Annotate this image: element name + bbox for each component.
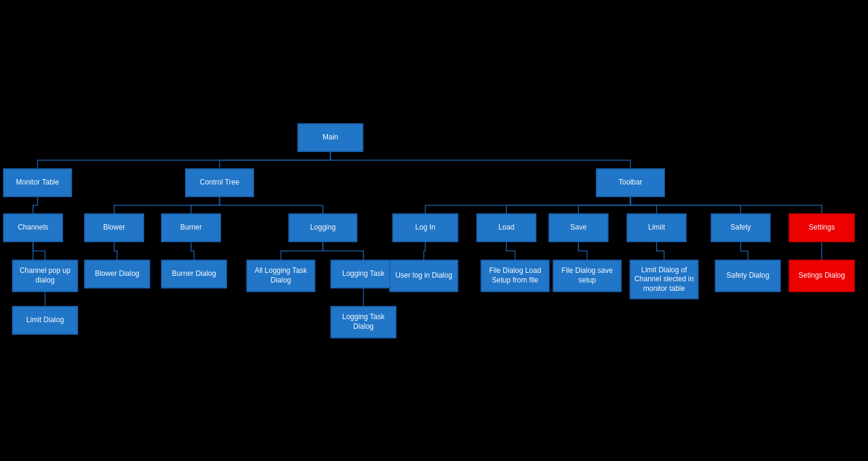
node-burnerDialog[interactable]: Burner Dialog — [161, 260, 227, 289]
node-fileDialogSave[interactable]: File Dialog save setup — [553, 260, 622, 292]
node-fileDialogLoad[interactable]: File Dialog Load Setup from file — [481, 260, 550, 292]
node-logging[interactable]: Logging — [288, 213, 357, 242]
node-limitDialogChannel[interactable]: Limit Dialog of Channel slected in monit… — [630, 260, 699, 299]
node-channelPopup[interactable]: Channel pop up dialog — [12, 260, 78, 292]
node-monitorTable[interactable]: Monitor Table — [3, 168, 72, 197]
node-limitDialog[interactable]: Limit Dialog — [12, 306, 78, 335]
node-settingsDialog[interactable]: Setings Dialog — [789, 260, 855, 292]
node-safety[interactable]: Safety — [711, 213, 771, 242]
node-load[interactable]: Load — [476, 213, 536, 242]
node-settings[interactable]: Settings — [789, 213, 855, 242]
node-userLogIn[interactable]: User log in Dialog — [389, 260, 458, 292]
node-burner[interactable]: Burner — [161, 213, 221, 242]
node-main[interactable]: Main — [297, 123, 363, 152]
node-blower[interactable]: Blower — [84, 213, 144, 242]
node-loggingTaskDialog[interactable]: Logging Task Dialog — [330, 306, 396, 338]
node-save[interactable]: Save — [548, 213, 609, 242]
node-toolbar[interactable]: Toolbar — [596, 168, 665, 197]
diagram-canvas: MainMonitor TableControl TreeToolbarChan… — [0, 0, 868, 461]
node-loggingTask[interactable]: Logging Task — [330, 260, 396, 289]
node-channels[interactable]: Channels — [3, 213, 63, 242]
node-logIn[interactable]: Log In — [392, 213, 458, 242]
node-safetyDialog[interactable]: Safety Dialog — [715, 260, 781, 292]
node-blowerDialog[interactable]: Blower Dialog — [84, 260, 150, 289]
node-allLoggingTask[interactable]: All Logging Task Dialog — [246, 260, 315, 292]
node-limiit[interactable]: Limiit — [627, 213, 687, 242]
node-controlTree[interactable]: Control Tree — [185, 168, 254, 197]
